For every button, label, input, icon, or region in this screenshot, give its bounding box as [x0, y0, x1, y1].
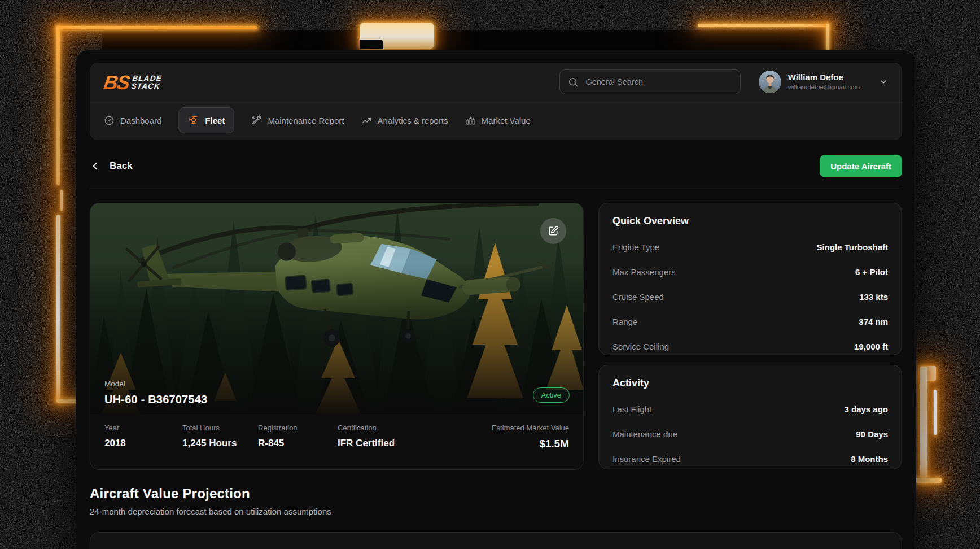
neon-frame-segment	[60, 190, 63, 211]
main-nav: Dashboard Fleet Mainte	[90, 101, 902, 140]
neon-frame-segment	[698, 24, 829, 27]
helicopter-icon	[188, 115, 199, 126]
chevron-left-icon	[90, 160, 101, 172]
back-button[interactable]: Back	[90, 160, 133, 172]
neon-frame-segment	[360, 23, 434, 49]
activity-panel: Activity Last Flight 3 days ago Maintena…	[598, 365, 902, 469]
stat-year: Year 2018	[104, 424, 182, 469]
panel-title: Quick Overview	[613, 215, 888, 227]
tab-label: Analytics & reports	[378, 116, 448, 125]
neon-frame-segment	[826, 24, 829, 50]
model-info: Model UH-60 - B36707543	[104, 380, 207, 406]
logo-word-stack: STACK	[131, 82, 161, 90]
activity-row: Maintenance due 90 Days	[613, 429, 888, 439]
value-projection-header: Aircraft Value Projection 24-month depre…	[90, 486, 902, 516]
spec-row: Service Ceiling 19,000 ft	[613, 342, 888, 351]
tab-label: Market Value	[482, 116, 531, 125]
neon-frame-segment	[920, 367, 928, 483]
tab-label: Maintenance Report	[268, 116, 344, 125]
update-aircraft-button[interactable]: Update Aircraft	[820, 155, 902, 177]
trending-up-icon	[361, 115, 372, 126]
stat-registration: Registration R-845	[258, 424, 338, 469]
activity-row: Insurance Expired 8 Months	[613, 454, 888, 464]
status-badge: Active	[533, 387, 570, 403]
tab-dashboard[interactable]: Dashboard	[104, 115, 161, 126]
avatar	[759, 71, 781, 93]
tab-fleet[interactable]: Fleet	[178, 107, 234, 133]
logo-mark: BS	[103, 72, 131, 92]
aircraft-photo: Model UH-60 - B36707543 Active	[90, 203, 583, 414]
neon-frame-segment	[56, 26, 257, 29]
model-name: UH-60 - B36707543	[104, 393, 207, 406]
app-header: BS BLADE STACK	[90, 63, 902, 140]
bladestack-logo: BS BLADE STACK	[103, 72, 163, 92]
edit-photo-button[interactable]	[540, 218, 566, 244]
gauge-icon	[104, 115, 115, 126]
search-box[interactable]	[559, 69, 741, 94]
logo-word-blade: BLADE	[132, 75, 163, 82]
section-subtitle: 24-month depreciation forecast based on …	[90, 507, 902, 516]
value-projection-card	[90, 532, 902, 549]
desktop-background: BS BLADE STACK	[0, 0, 980, 549]
app-window: BS BLADE STACK	[76, 50, 916, 549]
activity-row: Last Flight 3 days ago	[613, 404, 888, 414]
search-icon	[568, 76, 579, 88]
neon-frame-segment	[934, 390, 937, 435]
neon-frame-segment	[56, 215, 60, 401]
quick-overview-panel: Quick Overview Engine Type Single Turbos…	[598, 203, 902, 355]
spec-row: Engine Type Single Turboshaft	[613, 242, 888, 252]
aircraft-stats: Year 2018 Total Hours 1,245 Hours Regist…	[90, 414, 583, 469]
bar-chart-icon	[465, 115, 476, 126]
tab-label: Fleet	[205, 116, 225, 125]
back-label: Back	[110, 160, 133, 172]
user-email: williamdefoe@gmail.com	[788, 83, 860, 91]
chevron-down-icon	[879, 77, 888, 86]
user-menu[interactable]: William Defoe williamdefoe@gmail.com	[759, 71, 888, 93]
tools-icon	[251, 115, 262, 126]
aircraft-card: Model UH-60 - B36707543 Active Year 2018…	[90, 203, 584, 470]
stat-market-value: Estimated Market Value $1.5M	[492, 424, 569, 469]
tab-analytics-reports[interactable]: Analytics & reports	[361, 115, 448, 126]
spec-row: Range 374 nm	[613, 317, 888, 326]
search-input[interactable]	[584, 77, 732, 87]
panel-title: Activity	[613, 377, 888, 389]
stat-certification: Certification IFR Certified	[338, 424, 492, 469]
spec-row: Cruise Speed 133 kts	[613, 292, 888, 302]
tab-label: Dashboard	[120, 116, 161, 125]
section-title: Aircraft Value Projection	[90, 486, 902, 502]
spec-row: Max Passengers 6 + Pilot	[613, 267, 888, 277]
tab-maintenance-report[interactable]: Maintenance Report	[251, 115, 344, 126]
divider	[90, 189, 902, 189]
neon-frame-segment	[916, 478, 942, 483]
neon-frame-segment	[56, 26, 60, 185]
edit-icon	[548, 225, 559, 237]
stat-total-hours: Total Hours 1,245 Hours	[182, 424, 258, 469]
tab-market-value[interactable]: Market Value	[465, 115, 531, 126]
user-name: William Defoe	[788, 72, 860, 83]
model-label: Model	[104, 380, 207, 388]
